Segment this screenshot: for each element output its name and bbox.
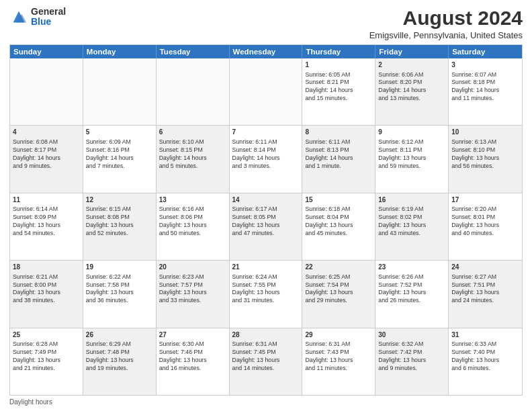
calendar-day-20: 20Sunrise: 6:23 AM Sunset: 7:57 PM Dayli… xyxy=(157,261,230,327)
calendar-header-row: SundayMondayTuesdayWednesdayThursdayFrid… xyxy=(10,45,522,58)
day-number: 21 xyxy=(232,263,300,272)
calendar-day-6: 6Sunrise: 6:10 AM Sunset: 8:15 PM Daylig… xyxy=(157,126,230,192)
day-info: Sunrise: 6:19 AM Sunset: 8:02 PM Dayligh… xyxy=(378,205,445,238)
day-info: Sunrise: 6:26 AM Sunset: 7:52 PM Dayligh… xyxy=(378,273,445,306)
calendar-day-4: 4Sunrise: 6:08 AM Sunset: 8:17 PM Daylig… xyxy=(10,126,83,192)
calendar-day-30: 30Sunrise: 6:32 AM Sunset: 7:42 PM Dayli… xyxy=(375,328,449,395)
day-number: 3 xyxy=(451,60,519,70)
calendar-day-2: 2Sunrise: 6:06 AM Sunset: 8:20 PM Daylig… xyxy=(375,58,449,125)
day-number: 1 xyxy=(305,60,372,70)
title-block: August 2024 Emigsville, Pennsylvania, Un… xyxy=(369,7,523,40)
day-number: 10 xyxy=(451,128,519,137)
calendar-row-5: 25Sunrise: 6:28 AM Sunset: 7:49 PM Dayli… xyxy=(10,328,522,395)
calendar-day-28: 28Sunrise: 6:31 AM Sunset: 7:45 PM Dayli… xyxy=(230,328,303,395)
calendar-weekday-monday: Monday xyxy=(83,45,157,58)
day-number: 4 xyxy=(13,128,80,137)
day-info: Sunrise: 6:27 AM Sunset: 7:51 PM Dayligh… xyxy=(451,273,519,306)
calendar-row-4: 18Sunrise: 6:21 AM Sunset: 8:00 PM Dayli… xyxy=(10,260,522,327)
header: General Blue August 2024 Emigsville, Pen… xyxy=(9,7,523,40)
day-info: Sunrise: 6:21 AM Sunset: 8:00 PM Dayligh… xyxy=(13,273,80,306)
calendar-day-17: 17Sunrise: 6:20 AM Sunset: 8:01 PM Dayli… xyxy=(449,193,522,260)
day-info: Sunrise: 6:23 AM Sunset: 7:57 PM Dayligh… xyxy=(159,273,226,306)
day-number: 5 xyxy=(86,128,153,137)
day-info: Sunrise: 6:31 AM Sunset: 7:43 PM Dayligh… xyxy=(305,340,372,373)
calendar-day-12: 12Sunrise: 6:15 AM Sunset: 8:08 PM Dayli… xyxy=(83,193,157,260)
logo-icon xyxy=(9,7,28,26)
day-info: Sunrise: 6:33 AM Sunset: 7:40 PM Dayligh… xyxy=(451,340,519,373)
day-info: Sunrise: 6:29 AM Sunset: 7:48 PM Dayligh… xyxy=(86,340,153,373)
calendar-day-21: 21Sunrise: 6:24 AM Sunset: 7:55 PM Dayli… xyxy=(230,261,303,327)
day-info: Sunrise: 6:28 AM Sunset: 7:49 PM Dayligh… xyxy=(13,340,80,373)
day-number: 6 xyxy=(159,128,226,137)
day-number: 16 xyxy=(378,195,445,205)
calendar-weekday-friday: Friday xyxy=(375,45,449,58)
calendar-day-31: 31Sunrise: 6:33 AM Sunset: 7:40 PM Dayli… xyxy=(449,328,522,395)
calendar-day-18: 18Sunrise: 6:21 AM Sunset: 8:00 PM Dayli… xyxy=(10,261,83,327)
calendar: SundayMondayTuesdayWednesdayThursdayFrid… xyxy=(9,44,523,396)
day-number: 7 xyxy=(232,128,300,137)
page: General Blue August 2024 Emigsville, Pen… xyxy=(0,0,532,411)
day-number: 12 xyxy=(86,195,153,205)
day-info: Sunrise: 6:17 AM Sunset: 8:05 PM Dayligh… xyxy=(232,205,300,238)
day-number: 17 xyxy=(451,195,519,205)
day-number: 19 xyxy=(86,263,153,272)
day-number: 22 xyxy=(305,263,372,272)
calendar-day-24: 24Sunrise: 6:27 AM Sunset: 7:51 PM Dayli… xyxy=(449,261,522,327)
day-info: Sunrise: 6:24 AM Sunset: 7:55 PM Dayligh… xyxy=(232,273,300,306)
day-info: Sunrise: 6:18 AM Sunset: 8:04 PM Dayligh… xyxy=(305,205,372,238)
calendar-row-1: 1Sunrise: 6:05 AM Sunset: 8:21 PM Daylig… xyxy=(10,58,522,125)
day-number: 23 xyxy=(378,263,445,272)
calendar-weekday-saturday: Saturday xyxy=(449,45,522,58)
day-number: 8 xyxy=(305,128,372,137)
calendar-day-27: 27Sunrise: 6:30 AM Sunset: 7:46 PM Dayli… xyxy=(157,328,230,395)
day-info: Sunrise: 6:16 AM Sunset: 8:06 PM Dayligh… xyxy=(159,205,226,238)
day-info: Sunrise: 6:11 AM Sunset: 8:14 PM Dayligh… xyxy=(232,138,300,171)
day-number: 15 xyxy=(305,195,372,205)
day-info: Sunrise: 6:30 AM Sunset: 7:46 PM Dayligh… xyxy=(159,340,226,373)
day-number: 31 xyxy=(451,330,519,340)
calendar-day-3: 3Sunrise: 6:07 AM Sunset: 8:18 PM Daylig… xyxy=(449,58,522,125)
day-info: Sunrise: 6:08 AM Sunset: 8:17 PM Dayligh… xyxy=(13,138,80,171)
calendar-day-14: 14Sunrise: 6:17 AM Sunset: 8:05 PM Dayli… xyxy=(230,193,303,260)
day-number: 29 xyxy=(305,330,372,340)
calendar-day-10: 10Sunrise: 6:13 AM Sunset: 8:10 PM Dayli… xyxy=(449,126,522,192)
calendar-weekday-wednesday: Wednesday xyxy=(230,45,303,58)
calendar-day-7: 7Sunrise: 6:11 AM Sunset: 8:14 PM Daylig… xyxy=(230,126,303,192)
calendar-row-2: 4Sunrise: 6:08 AM Sunset: 8:17 PM Daylig… xyxy=(10,125,522,192)
day-number: 26 xyxy=(86,330,153,340)
day-number: 13 xyxy=(159,195,226,205)
day-info: Sunrise: 6:20 AM Sunset: 8:01 PM Dayligh… xyxy=(451,205,519,238)
day-info: Sunrise: 6:11 AM Sunset: 8:13 PM Dayligh… xyxy=(305,138,372,171)
calendar-day-5: 5Sunrise: 6:09 AM Sunset: 8:16 PM Daylig… xyxy=(83,126,157,192)
day-number: 24 xyxy=(451,263,519,272)
day-info: Sunrise: 6:12 AM Sunset: 8:11 PM Dayligh… xyxy=(378,138,445,171)
day-number: 28 xyxy=(232,330,300,340)
calendar-day-13: 13Sunrise: 6:16 AM Sunset: 8:06 PM Dayli… xyxy=(157,193,230,260)
day-info: Sunrise: 6:25 AM Sunset: 7:54 PM Dayligh… xyxy=(305,273,372,306)
footer-note: Daylight hours xyxy=(9,398,523,406)
day-number: 9 xyxy=(378,128,445,137)
logo-blue: Blue xyxy=(31,17,66,27)
day-number: 20 xyxy=(159,263,226,272)
calendar-empty-cell xyxy=(230,58,303,125)
calendar-day-16: 16Sunrise: 6:19 AM Sunset: 8:02 PM Dayli… xyxy=(375,193,449,260)
logo-general: General xyxy=(31,7,66,17)
day-info: Sunrise: 6:13 AM Sunset: 8:10 PM Dayligh… xyxy=(451,138,519,171)
calendar-day-22: 22Sunrise: 6:25 AM Sunset: 7:54 PM Dayli… xyxy=(302,261,375,327)
calendar-day-8: 8Sunrise: 6:11 AM Sunset: 8:13 PM Daylig… xyxy=(302,126,375,192)
day-info: Sunrise: 6:14 AM Sunset: 8:09 PM Dayligh… xyxy=(13,205,80,238)
day-number: 14 xyxy=(232,195,300,205)
calendar-day-29: 29Sunrise: 6:31 AM Sunset: 7:43 PM Dayli… xyxy=(302,328,375,395)
day-info: Sunrise: 6:31 AM Sunset: 7:45 PM Dayligh… xyxy=(232,340,300,373)
day-info: Sunrise: 6:10 AM Sunset: 8:15 PM Dayligh… xyxy=(159,138,226,171)
day-info: Sunrise: 6:06 AM Sunset: 8:20 PM Dayligh… xyxy=(378,71,445,103)
logo: General Blue xyxy=(9,7,66,28)
calendar-day-1: 1Sunrise: 6:05 AM Sunset: 8:21 PM Daylig… xyxy=(302,58,375,125)
day-info: Sunrise: 6:05 AM Sunset: 8:21 PM Dayligh… xyxy=(305,71,372,103)
logo-text: General Blue xyxy=(31,7,66,28)
day-info: Sunrise: 6:32 AM Sunset: 7:42 PM Dayligh… xyxy=(378,340,445,373)
page-title: August 2024 xyxy=(369,7,523,29)
calendar-day-15: 15Sunrise: 6:18 AM Sunset: 8:04 PM Dayli… xyxy=(302,193,375,260)
calendar-day-26: 26Sunrise: 6:29 AM Sunset: 7:48 PM Dayli… xyxy=(83,328,157,395)
page-subtitle: Emigsville, Pennsylvania, United States xyxy=(369,30,523,40)
